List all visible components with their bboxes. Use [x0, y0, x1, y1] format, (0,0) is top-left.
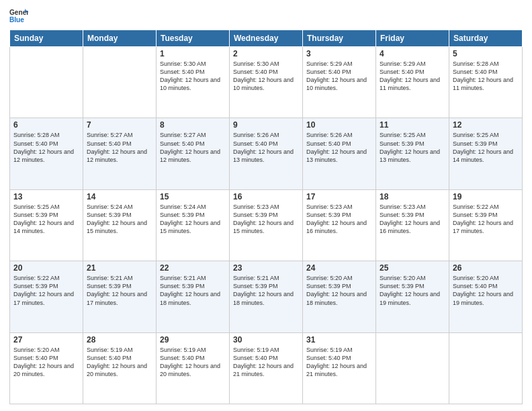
day-number: 15	[160, 192, 226, 201]
calendar-cell: 6Sunrise: 5:28 AM Sunset: 5:40 PM Daylig…	[10, 118, 83, 189]
day-number: 23	[233, 263, 299, 273]
day-number: 11	[380, 120, 445, 130]
day-number: 16	[233, 192, 299, 201]
cell-info: Sunrise: 5:21 AM Sunset: 5:39 PM Dayligh…	[233, 274, 299, 307]
calendar-cell: 10Sunrise: 5:26 AM Sunset: 5:40 PM Dayli…	[303, 118, 376, 189]
calendar-cell: 20Sunrise: 5:22 AM Sunset: 5:39 PM Dayli…	[10, 261, 83, 332]
weekday-header-sunday: Sunday	[10, 30, 83, 47]
cell-info: Sunrise: 5:29 AM Sunset: 5:40 PM Dayligh…	[306, 60, 372, 93]
weekday-header-friday: Friday	[376, 30, 449, 47]
cell-info: Sunrise: 5:21 AM Sunset: 5:39 PM Dayligh…	[87, 274, 152, 307]
week-row-1: 1Sunrise: 5:30 AM Sunset: 5:40 PM Daylig…	[10, 47, 523, 118]
day-number: 9	[233, 120, 299, 130]
cell-info: Sunrise: 5:19 AM Sunset: 5:40 PM Dayligh…	[233, 346, 299, 379]
generalblue-logo-icon: General Blue	[9, 7, 28, 26]
day-number: 31	[306, 335, 372, 345]
cell-info: Sunrise: 5:28 AM Sunset: 5:40 PM Dayligh…	[13, 131, 79, 164]
cell-info: Sunrise: 5:23 AM Sunset: 5:39 PM Dayligh…	[233, 203, 299, 236]
calendar-cell: 30Sunrise: 5:19 AM Sunset: 5:40 PM Dayli…	[230, 332, 303, 404]
day-number: 12	[453, 120, 519, 130]
weekday-header-row: SundayMondayTuesdayWednesdayThursdayFrid…	[10, 30, 523, 47]
cell-info: Sunrise: 5:30 AM Sunset: 5:40 PM Dayligh…	[160, 60, 226, 93]
week-row-3: 13Sunrise: 5:25 AM Sunset: 5:39 PM Dayli…	[10, 189, 523, 261]
week-row-4: 20Sunrise: 5:22 AM Sunset: 5:39 PM Dayli…	[10, 261, 523, 332]
day-number: 3	[306, 49, 372, 58]
day-number: 4	[380, 49, 445, 58]
week-row-5: 27Sunrise: 5:20 AM Sunset: 5:40 PM Dayli…	[10, 332, 523, 404]
weekday-header-monday: Monday	[83, 30, 157, 47]
cell-info: Sunrise: 5:28 AM Sunset: 5:40 PM Dayligh…	[453, 60, 519, 93]
day-number: 5	[453, 49, 519, 58]
weekday-header-wednesday: Wednesday	[230, 30, 303, 47]
cell-info: Sunrise: 5:23 AM Sunset: 5:39 PM Dayligh…	[306, 203, 372, 236]
cell-info: Sunrise: 5:19 AM Sunset: 5:40 PM Dayligh…	[87, 346, 152, 379]
calendar-cell: 5Sunrise: 5:28 AM Sunset: 5:40 PM Daylig…	[449, 47, 523, 118]
day-number: 26	[453, 263, 519, 273]
cell-info: Sunrise: 5:25 AM Sunset: 5:39 PM Dayligh…	[380, 131, 445, 164]
calendar-cell: 31Sunrise: 5:19 AM Sunset: 5:40 PM Dayli…	[303, 332, 376, 404]
calendar-cell: 13Sunrise: 5:25 AM Sunset: 5:39 PM Dayli…	[10, 189, 83, 261]
day-number: 7	[87, 120, 152, 130]
week-row-2: 6Sunrise: 5:28 AM Sunset: 5:40 PM Daylig…	[10, 118, 523, 189]
cell-info: Sunrise: 5:27 AM Sunset: 5:40 PM Dayligh…	[87, 131, 152, 164]
day-number: 25	[380, 263, 445, 273]
calendar-cell: 25Sunrise: 5:20 AM Sunset: 5:39 PM Dayli…	[376, 261, 449, 332]
calendar-cell: 28Sunrise: 5:19 AM Sunset: 5:40 PM Dayli…	[83, 332, 157, 404]
calendar-cell: 18Sunrise: 5:23 AM Sunset: 5:39 PM Dayli…	[376, 189, 449, 261]
calendar-cell: 7Sunrise: 5:27 AM Sunset: 5:40 PM Daylig…	[83, 118, 157, 189]
cell-info: Sunrise: 5:22 AM Sunset: 5:39 PM Dayligh…	[13, 274, 79, 307]
calendar-cell: 9Sunrise: 5:26 AM Sunset: 5:40 PM Daylig…	[230, 118, 303, 189]
cell-info: Sunrise: 5:24 AM Sunset: 5:39 PM Dayligh…	[160, 203, 226, 236]
calendar-cell: 22Sunrise: 5:21 AM Sunset: 5:39 PM Dayli…	[157, 261, 230, 332]
calendar-cell: 8Sunrise: 5:27 AM Sunset: 5:40 PM Daylig…	[157, 118, 230, 189]
calendar-cell: 15Sunrise: 5:24 AM Sunset: 5:39 PM Dayli…	[157, 189, 230, 261]
day-number: 24	[306, 263, 372, 273]
day-number: 8	[160, 120, 226, 130]
calendar-cell: 4Sunrise: 5:29 AM Sunset: 5:40 PM Daylig…	[376, 47, 449, 118]
weekday-header-thursday: Thursday	[303, 30, 376, 47]
day-number: 19	[453, 192, 519, 201]
calendar-cell: 1Sunrise: 5:30 AM Sunset: 5:40 PM Daylig…	[157, 47, 230, 118]
cell-info: Sunrise: 5:20 AM Sunset: 5:39 PM Dayligh…	[306, 274, 372, 307]
day-number: 27	[13, 335, 79, 345]
day-number: 18	[380, 192, 445, 201]
calendar-cell: 19Sunrise: 5:22 AM Sunset: 5:39 PM Dayli…	[449, 189, 523, 261]
calendar-cell: 27Sunrise: 5:20 AM Sunset: 5:40 PM Dayli…	[10, 332, 83, 404]
day-number: 1	[160, 49, 226, 58]
cell-info: Sunrise: 5:20 AM Sunset: 5:40 PM Dayligh…	[453, 274, 519, 307]
calendar-cell: 16Sunrise: 5:23 AM Sunset: 5:39 PM Dayli…	[230, 189, 303, 261]
calendar-cell: 2Sunrise: 5:30 AM Sunset: 5:40 PM Daylig…	[230, 47, 303, 118]
cell-info: Sunrise: 5:20 AM Sunset: 5:39 PM Dayligh…	[380, 274, 445, 307]
cell-info: Sunrise: 5:22 AM Sunset: 5:39 PM Dayligh…	[453, 203, 519, 236]
day-number: 17	[306, 192, 372, 201]
calendar-cell: 29Sunrise: 5:19 AM Sunset: 5:40 PM Dayli…	[157, 332, 230, 404]
weekday-header-tuesday: Tuesday	[157, 30, 230, 47]
calendar-table: SundayMondayTuesdayWednesdayThursdayFrid…	[9, 30, 523, 404]
header: General Blue	[9, 7, 523, 26]
day-number: 29	[160, 335, 226, 345]
cell-info: Sunrise: 5:19 AM Sunset: 5:40 PM Dayligh…	[306, 346, 372, 379]
calendar-cell	[83, 47, 157, 118]
cell-info: Sunrise: 5:26 AM Sunset: 5:40 PM Dayligh…	[306, 131, 372, 164]
calendar-cell: 21Sunrise: 5:21 AM Sunset: 5:39 PM Dayli…	[83, 261, 157, 332]
logo: General Blue	[9, 7, 28, 26]
calendar-cell: 17Sunrise: 5:23 AM Sunset: 5:39 PM Dayli…	[303, 189, 376, 261]
day-number: 10	[306, 120, 372, 130]
cell-info: Sunrise: 5:23 AM Sunset: 5:39 PM Dayligh…	[380, 203, 445, 236]
day-number: 6	[13, 120, 79, 130]
day-number: 21	[87, 263, 152, 273]
day-number: 20	[13, 263, 79, 273]
calendar-cell	[376, 332, 449, 404]
cell-info: Sunrise: 5:20 AM Sunset: 5:40 PM Dayligh…	[13, 346, 79, 379]
cell-info: Sunrise: 5:19 AM Sunset: 5:40 PM Dayligh…	[160, 346, 226, 379]
calendar-cell: 26Sunrise: 5:20 AM Sunset: 5:40 PM Dayli…	[449, 261, 523, 332]
svg-text:Blue: Blue	[9, 16, 24, 24]
calendar-cell	[449, 332, 523, 404]
cell-info: Sunrise: 5:24 AM Sunset: 5:39 PM Dayligh…	[87, 203, 152, 236]
calendar-cell: 12Sunrise: 5:25 AM Sunset: 5:39 PM Dayli…	[449, 118, 523, 189]
day-number: 30	[233, 335, 299, 345]
calendar-cell: 3Sunrise: 5:29 AM Sunset: 5:40 PM Daylig…	[303, 47, 376, 118]
cell-info: Sunrise: 5:25 AM Sunset: 5:39 PM Dayligh…	[13, 203, 79, 236]
page: General Blue SundayMondayTuesdayWednesda…	[0, 0, 532, 411]
day-number: 2	[233, 49, 299, 58]
